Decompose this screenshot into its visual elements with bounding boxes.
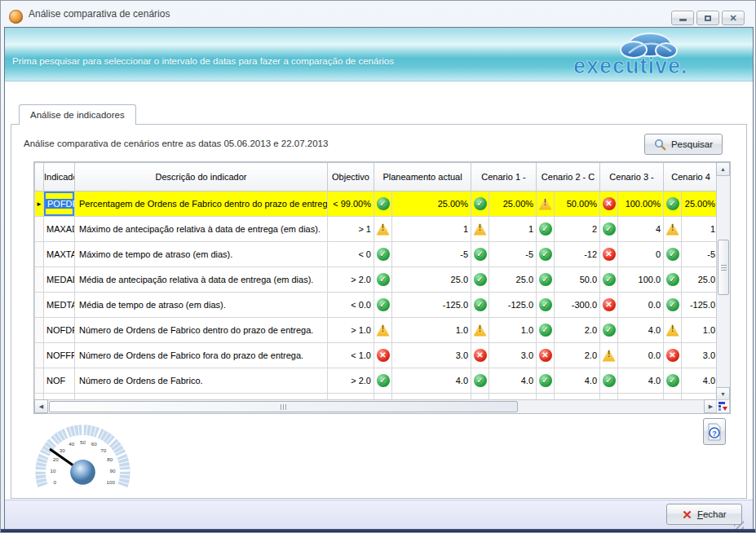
value-cell[interactable]: -5 bbox=[489, 242, 537, 267]
indicator-description-cell[interactable]: Média de tempo de atraso (em dias). bbox=[75, 293, 328, 318]
indicator-description-cell[interactable]: Número de Ordens de Fabrico dentro do pr… bbox=[75, 318, 328, 343]
close-button[interactable]: ✕ Fechar bbox=[666, 504, 742, 525]
column-header[interactable]: Descrição do indicador bbox=[75, 163, 328, 192]
value-cell[interactable]: 25.0 bbox=[682, 267, 718, 293]
search-button[interactable]: Pesquisar bbox=[644, 134, 723, 155]
column-header[interactable]: Cenario 3 - bbox=[600, 163, 664, 192]
indicator-code-cell[interactable]: MAXADE bbox=[44, 217, 75, 242]
indicator-description-cell[interactable]: Máximo de antecipação relativa à data de… bbox=[75, 217, 328, 242]
value-cell[interactable]: -125.0 bbox=[682, 293, 718, 318]
indicator-code-cell[interactable]: NOF bbox=[44, 368, 75, 394]
indicator-description-cell[interactable]: Número de Ordens de Fabrico. bbox=[75, 368, 328, 394]
help-button[interactable]: ? bbox=[703, 418, 726, 445]
grid-customize-icon bbox=[718, 402, 728, 412]
value-cell[interactable]: 100.0 bbox=[618, 267, 664, 293]
indicator-code-cell[interactable]: MEDTA bbox=[44, 293, 75, 318]
value-cell[interactable]: -125.0 bbox=[489, 293, 537, 318]
value-cell[interactable]: 4.0 bbox=[555, 368, 600, 394]
column-header[interactable]: Planeamento actual bbox=[374, 163, 471, 192]
objective-cell[interactable]: < 1.0 bbox=[328, 343, 374, 368]
value-cell[interactable]: 0.0 bbox=[618, 293, 664, 318]
value-cell[interactable]: 2.0 bbox=[555, 318, 600, 343]
value-cell[interactable]: 4.0 bbox=[392, 368, 471, 394]
table-row[interactable]: NOFFPNúmero de Ordens de Fabrico fora do… bbox=[35, 343, 718, 368]
column-header[interactable]: Cenario 1 - bbox=[471, 163, 537, 192]
table-row[interactable]: NOFNúmero de Ordens de Fabrico.> 2.0✓4.0… bbox=[35, 368, 718, 394]
indicator-code-cell[interactable]: MAXTA bbox=[44, 242, 75, 267]
value-cell[interactable]: 1 bbox=[489, 217, 537, 242]
value-cell[interactable]: 4 bbox=[618, 217, 664, 242]
value-cell[interactable]: 2 bbox=[555, 217, 600, 242]
indicator-description-cell[interactable]: Média de antecipação relativa à data de … bbox=[75, 267, 328, 293]
indicator-code-cell[interactable]: NOFDP bbox=[44, 318, 75, 343]
value-cell[interactable]: 3.0 bbox=[682, 343, 718, 368]
value-cell[interactable]: 50.0 bbox=[555, 267, 600, 293]
table-row[interactable]: MEDADEMédia de antecipação relativa à da… bbox=[35, 267, 718, 293]
grid-customize-button[interactable] bbox=[716, 399, 730, 413]
value-cell[interactable]: 3.0 bbox=[392, 343, 471, 368]
close-window-button[interactable]: ✕ bbox=[722, 11, 745, 25]
table-row[interactable]: MAXADEMáximo de antecipação relativa à d… bbox=[35, 217, 718, 242]
objective-cell[interactable]: > 1 bbox=[328, 217, 374, 242]
objective-cell[interactable]: < 99.00% bbox=[328, 192, 374, 217]
objective-cell[interactable]: > 2.0 bbox=[328, 267, 374, 293]
value-cell[interactable]: 100.00% bbox=[618, 192, 664, 217]
indicator-code-cell[interactable]: NOFFP bbox=[44, 343, 75, 368]
row-marker bbox=[35, 267, 44, 293]
table-row[interactable]: ►POFDPPercentagem de Ordens de Fabrico d… bbox=[35, 192, 718, 217]
objective-cell[interactable]: < 0 bbox=[328, 242, 374, 267]
value-cell[interactable]: 25.00% bbox=[392, 192, 471, 217]
value-cell[interactable]: 1 bbox=[682, 217, 718, 242]
vertical-scroll-thumb[interactable] bbox=[718, 240, 729, 295]
scroll-up-button[interactable]: ▲ bbox=[716, 162, 730, 176]
column-header[interactable]: Indicador bbox=[44, 163, 75, 192]
horizontal-scrollbar[interactable]: ◀ ▶ bbox=[34, 399, 718, 413]
column-header[interactable]: Cenario 4 bbox=[664, 163, 718, 192]
value-cell[interactable]: 25.0 bbox=[392, 267, 471, 293]
horizontal-scroll-thumb[interactable] bbox=[49, 401, 518, 412]
value-cell[interactable]: 25.00% bbox=[489, 192, 537, 217]
objective-cell[interactable]: < 0.0 bbox=[328, 293, 374, 318]
minimize-button[interactable] bbox=[671, 11, 694, 25]
objective-cell[interactable]: > 1.0 bbox=[328, 318, 374, 343]
value-cell[interactable]: 1.0 bbox=[489, 318, 537, 343]
column-header[interactable]: Cenario 2 - C bbox=[537, 163, 600, 192]
value-cell[interactable]: -5 bbox=[392, 242, 471, 267]
indicator-description-cell[interactable]: Percentagem de Ordens de Fabrico dentro … bbox=[75, 192, 328, 217]
value-cell[interactable]: 25.00% bbox=[682, 192, 718, 217]
restore-button[interactable] bbox=[696, 11, 719, 25]
value-cell[interactable]: 4.0 bbox=[618, 368, 664, 394]
vertical-scrollbar[interactable]: ▲ ▼ bbox=[716, 162, 730, 401]
column-header[interactable]: Objectivo bbox=[328, 163, 374, 192]
value-cell[interactable]: 1.0 bbox=[392, 318, 471, 343]
value-cell[interactable]: 4.0 bbox=[618, 318, 664, 343]
value-cell[interactable]: -125.0 bbox=[392, 293, 471, 318]
status-cell: ✕ bbox=[537, 343, 555, 368]
value-cell[interactable]: 1.0 bbox=[682, 318, 718, 343]
table-row[interactable]: NOFDPNúmero de Ordens de Fabrico dentro … bbox=[35, 318, 718, 343]
status-cell: ✕ bbox=[600, 192, 618, 217]
indicator-description-cell[interactable]: Máximo de tempo de atraso (em dias). bbox=[75, 242, 328, 267]
value-cell[interactable]: 4.0 bbox=[682, 368, 718, 394]
indicator-description-cell[interactable]: Número de Ordens de Fabrico fora do praz… bbox=[75, 343, 328, 368]
value-cell[interactable]: -300.0 bbox=[555, 293, 600, 318]
table-row[interactable]: MAXTAMáximo de tempo de atraso (em dias)… bbox=[35, 242, 718, 267]
value-cell[interactable]: -12 bbox=[555, 242, 600, 267]
value-cell[interactable]: 0 bbox=[618, 242, 664, 267]
tab-indicator-analysis[interactable]: Análise de indicadores bbox=[19, 104, 136, 125]
value-cell[interactable]: 2.0 bbox=[555, 343, 600, 368]
indicator-code-cell[interactable]: POFDP bbox=[44, 192, 75, 217]
objective-cell[interactable]: > 2.0 bbox=[328, 368, 374, 394]
value-cell[interactable]: 1 bbox=[392, 217, 471, 242]
value-cell[interactable]: 4.0 bbox=[489, 368, 537, 394]
value-cell[interactable]: 50.00% bbox=[555, 192, 600, 217]
value-cell[interactable]: 0.0 bbox=[618, 343, 664, 368]
value-cell[interactable]: 25.0 bbox=[489, 267, 537, 293]
value-cell[interactable]: 3.0 bbox=[489, 343, 537, 368]
indicator-code-cell[interactable]: MEDADE bbox=[44, 267, 75, 293]
value-cell[interactable]: -5 bbox=[682, 242, 718, 267]
table-row[interactable]: MEDTAMédia de tempo de atraso (em dias).… bbox=[35, 293, 718, 318]
scroll-left-button[interactable]: ◀ bbox=[34, 399, 48, 413]
status-cell: ✓ bbox=[664, 267, 682, 293]
row-marker bbox=[35, 242, 44, 267]
